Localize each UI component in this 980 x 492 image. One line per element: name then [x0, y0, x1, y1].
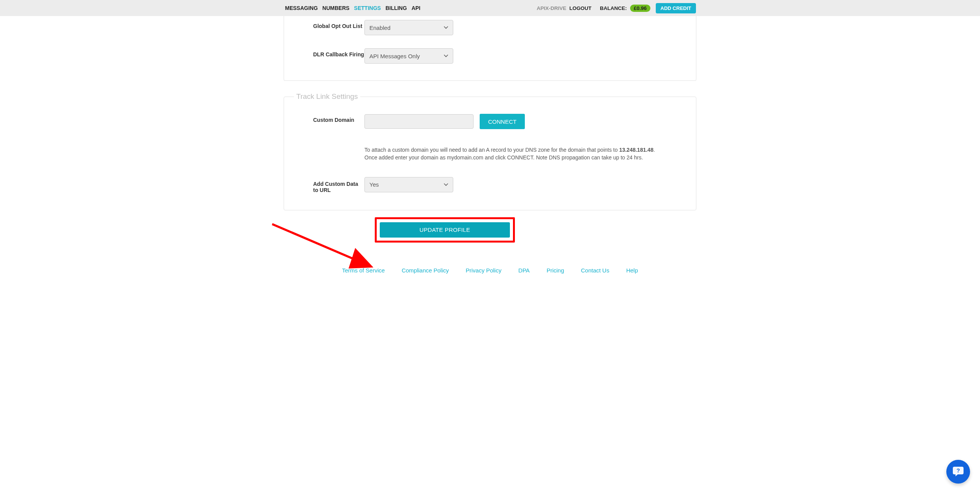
footer-privacy[interactable]: Privacy Policy	[466, 267, 501, 274]
footer-links: Terms of Service Compliance Policy Priva…	[284, 267, 696, 289]
svg-text:?: ?	[956, 467, 960, 474]
nav-messaging[interactable]: MESSAGING	[284, 5, 319, 11]
label-global-opt-out: Global Opt Out List	[292, 20, 364, 29]
chevron-down-icon	[444, 182, 448, 187]
balance-pill: £0.96	[630, 5, 651, 12]
footer-contact[interactable]: Contact Us	[581, 267, 609, 274]
footer-dpa[interactable]: DPA	[518, 267, 530, 274]
topbar: MESSAGING NUMBERS SETTINGS BILLING API A…	[0, 0, 980, 16]
select-add-custom-data-value: Yes	[369, 181, 379, 188]
nav-numbers[interactable]: NUMBERS	[322, 5, 350, 11]
nav-left: MESSAGING NUMBERS SETTINGS BILLING API	[284, 5, 421, 11]
select-dlr-callback[interactable]: API Messages Only	[364, 48, 453, 64]
select-add-custom-data[interactable]: Yes	[364, 177, 453, 192]
footer-pricing[interactable]: Pricing	[547, 267, 564, 274]
connect-button[interactable]: CONNECT	[480, 114, 525, 129]
select-global-opt-out[interactable]: Enabled	[364, 20, 453, 35]
label-add-custom-data: Add Custom Data to URL	[292, 177, 364, 193]
nav-settings[interactable]: SETTINGS	[353, 5, 382, 11]
section-track-link-settings: Track Link Settings Custom Domain CONNEC…	[284, 92, 696, 210]
balance-label: BALANCE:	[600, 5, 627, 11]
username-label: APIX-DRIVE	[537, 5, 566, 11]
select-dlr-callback-value: API Messages Only	[369, 53, 420, 59]
help-chat-bubble[interactable]: ?	[946, 460, 970, 484]
update-profile-button[interactable]: UPDATE PROFILE	[380, 222, 510, 238]
label-custom-domain: Custom Domain	[292, 114, 364, 123]
nav-api[interactable]: API	[411, 5, 421, 11]
add-credit-button[interactable]: ADD CREDIT	[656, 3, 696, 13]
custom-domain-input[interactable]	[364, 114, 474, 129]
chevron-down-icon	[444, 54, 448, 58]
custom-domain-helper: To attach a custom domain you will need …	[364, 146, 663, 162]
nav-billing[interactable]: BILLING	[385, 5, 408, 11]
footer-compliance[interactable]: Compliance Policy	[402, 267, 449, 274]
logout-link[interactable]: LOGOUT	[569, 5, 591, 11]
chevron-down-icon	[444, 25, 448, 30]
help-icon: ?	[952, 465, 964, 479]
nav-right: APIX-DRIVE LOGOUT BALANCE: £0.96 ADD CRE…	[537, 3, 696, 13]
legend-track-link: Track Link Settings	[294, 92, 360, 101]
footer-help[interactable]: Help	[626, 267, 638, 274]
label-dlr-callback: DLR Callback Firing	[292, 48, 364, 57]
section-messaging-prefs: Global Opt Out List Enabled DLR Callback…	[284, 16, 696, 81]
footer-terms[interactable]: Terms of Service	[342, 267, 385, 274]
select-global-opt-out-value: Enabled	[369, 25, 390, 31]
annotation-highlight: UPDATE PROFILE	[375, 217, 515, 243]
